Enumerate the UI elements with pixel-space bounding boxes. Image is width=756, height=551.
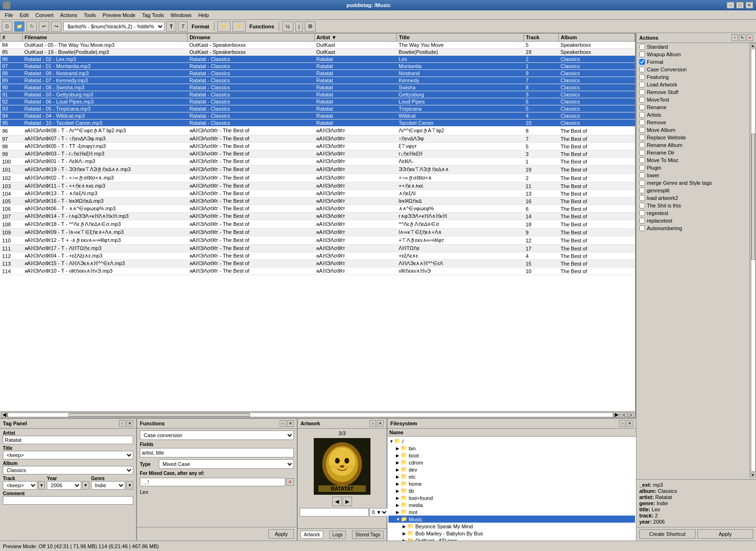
action-item[interactable]: Move To Misc [636, 156, 749, 164]
table-row[interactable]: 100 ጸАℍЭΛσℓℵ01 - Т - ΛεℵΛ-.mp3 ጸАℍЭΛσℓℵт… [0, 158, 635, 165]
table-row[interactable]: 98 ጸАℍЭΛσℓℵ05 - Т - ТТ -ξσνφγт.mp3 ጸАℍЭΛ… [0, 143, 635, 150]
fs-arrow[interactable]: ▶ [396, 467, 401, 472]
fs-item[interactable]: ▼📁/ [388, 438, 635, 445]
action-checkbox[interactable] [639, 150, 645, 155]
fs-item[interactable]: ▶📁media [388, 501, 635, 508]
table-row[interactable]: 96 ጸАℍЭΛσℓℵ08 - Т - Λr^^∈νφσきΑ⊤ℓφ2.mp3 ጸ… [0, 127, 635, 135]
fs-item[interactable]: ▶📁dev [388, 466, 635, 473]
action-checkbox[interactable] [639, 44, 645, 50]
fs-item[interactable]: ▶📁mnt [388, 508, 635, 516]
fs-item[interactable]: ▶📁bin [388, 445, 635, 452]
action-item[interactable]: Case Conversion [636, 66, 749, 73]
scroll-right-btn[interactable]: ▶ [613, 413, 620, 417]
menu-windows[interactable]: Windows [168, 11, 195, 19]
action-checkbox[interactable] [639, 218, 645, 224]
table-row[interactable]: 105 ጸАℍЭΛσℓℵ16 - Т - lεκℵΩℌε∆.mp3 ጸАℍЭΛσ… [0, 198, 635, 205]
table-row[interactable]: 110 ጸАℍЭΛσℓℵ12 - Т + -∧きεκν∧∞⇒ℵφт.mp3 ጸА… [0, 236, 635, 245]
fs-item[interactable]: ▶📁cdrom [388, 459, 635, 466]
col-scroll-left-btn[interactable]: < [621, 413, 627, 417]
table-row[interactable]: 91 Ratatat - 03 - Gettysburg.mp3 Ratatat… [0, 91, 635, 98]
action-item[interactable]: The Shit is this [636, 202, 749, 209]
action-checkbox[interactable] [639, 142, 645, 148]
action-checkbox[interactable] [639, 172, 645, 178]
action-item[interactable]: Artists [636, 111, 749, 119]
table-row[interactable]: 95 Ratatat - 10 - Tacobel Canon.mp3 Rata… [0, 120, 635, 127]
comment-input[interactable] [3, 496, 133, 505]
action-checkbox[interactable] [639, 74, 645, 80]
table-row[interactable]: 102 ጸАℍЭΛσℓℵ02 - Т - +↑∞きσℓℵσ+∧.mp3 ጸАℍЭ… [0, 174, 635, 182]
action-checkbox[interactable] [639, 157, 645, 163]
action-checkbox[interactable] [639, 135, 645, 140]
fs-item[interactable]: ▶📁OutKast - ATLiens [388, 537, 635, 541]
artwork-tab-stored[interactable]: Stored Tags [352, 531, 384, 539]
tag-panel-float-btn[interactable]: ○ [119, 420, 126, 427]
fs-arrow[interactable]: ▶ [396, 510, 401, 515]
genre-btn[interactable]: ▼ [126, 481, 133, 490]
fs-item[interactable]: ▶📁lib [388, 487, 635, 494]
artwork-path-input[interactable] [300, 508, 369, 517]
action-item[interactable]: Rename [636, 103, 749, 111]
func-apply-btn[interactable]: Apply [268, 529, 294, 539]
table-row[interactable]: 89 Ratatat - 07 - Kennedy.mp3 Ratatat - … [0, 77, 635, 84]
fs-arrow[interactable]: ▶ [396, 482, 401, 486]
track-btn[interactable]: ▼ [38, 481, 45, 490]
action-checkbox[interactable] [639, 120, 645, 125]
artwork-tab-artwork[interactable]: Artwork [301, 531, 323, 539]
action-checkbox[interactable] [639, 225, 645, 231]
table-row[interactable]: 111 ጸАℍЭΛσℓℵ17 - Т - ΛℍТΩℌε.mp3 ጸАℍЭΛσℓℵ… [0, 245, 635, 252]
table-row[interactable]: 93 Ratatat - 05 - Tropicana.mp3 Ratatat … [0, 105, 635, 112]
action-checkbox[interactable] [639, 112, 645, 118]
action-item[interactable]: MoveTest [636, 96, 749, 103]
table-row[interactable]: 104 ጸАℍЭΛσℓℵ13 - Т - ∧ℌεξΛl.mp3 ጸАℍЭΛσℓℵ… [0, 190, 635, 198]
action-item[interactable]: Wrapup Album [636, 51, 749, 58]
scroll-down-btn[interactable]: ▼ [751, 473, 756, 477]
menu-tools[interactable]: Tools [81, 11, 99, 19]
func-btn2[interactable]: ⚡ [232, 21, 246, 32]
func-input[interactable] [140, 478, 285, 486]
action-item[interactable]: Load Artwork [636, 81, 749, 88]
action-checkbox[interactable] [639, 59, 645, 65]
action-checkbox[interactable] [639, 89, 645, 95]
table-row[interactable]: 103 ጸАℍЭΛσℓℵ11 - Т - ++ℌε∧∧κε.mp3 ጸАℍЭΛσ… [0, 182, 635, 190]
maximize-button[interactable]: □ [736, 2, 744, 9]
fs-arrow[interactable]: ▶ [396, 474, 401, 479]
action-item[interactable]: Remove [636, 119, 749, 126]
fs-item[interactable]: ▶📁boot [388, 452, 635, 459]
fs-arrow[interactable]: ▶ [396, 489, 401, 493]
action-item[interactable]: Featuring [636, 73, 749, 81]
bold-btn[interactable]: T [166, 21, 176, 32]
menu-actions[interactable]: Actions [57, 11, 80, 19]
tag-panel-close-btn[interactable]: ✕ [127, 420, 133, 427]
genre-select[interactable]: Indie [91, 481, 126, 490]
bar-btn[interactable]: ⊞ [305, 21, 316, 32]
toolbar-new-btn[interactable]: 🗋 [2, 21, 12, 32]
album-select[interactable]: Classics [3, 466, 133, 474]
action-item[interactable]: Rename Album [636, 141, 749, 149]
action-item[interactable]: Autonumbering [636, 224, 749, 232]
action-checkbox[interactable] [639, 180, 645, 186]
col-header-num[interactable]: # [0, 34, 23, 42]
artwork-tab-logs[interactable]: Logs [329, 531, 346, 539]
artwork-prev-btn[interactable]: ◀ [332, 497, 342, 506]
fs-item[interactable]: ▶📁lost+found [388, 494, 635, 501]
italic-btn[interactable]: T [178, 21, 188, 32]
fs-close-btn[interactable]: ✕ [627, 420, 633, 427]
formula-select[interactable]: $artist% - $num(%track%,2) - %title% [63, 22, 164, 31]
artist-input[interactable] [3, 436, 133, 444]
table-row[interactable]: 106 ጸАℍЭΛσℓℵ06 - Т - ∧∧^∈νφωεφ%.mp3 ጸАℍЭ… [0, 205, 635, 213]
action-checkbox[interactable] [639, 52, 645, 57]
scroll-up-btn[interactable]: ▲ [751, 43, 756, 48]
toolbar-refresh-btn[interactable]: ↻ [26, 21, 37, 32]
table-row[interactable]: 113 ጸАℍЭΛσℓℵ15 - Т - ΛℍΛЭε∧∧ℍ^^∈εΛ.mp3 ጸ… [0, 260, 635, 267]
file-table-wrapper[interactable]: # Filename Dirname Artist ▼ Title Track … [0, 33, 635, 411]
table-row[interactable]: 99 ጸАℍЭΛσℓℵ03 - Т - r↓ℌεℍκξℍ.mp3 ጸАℍЭΛσℓ… [0, 150, 635, 158]
menu-edit[interactable]: Edit [17, 11, 32, 19]
fs-item[interactable]: ▶📁home [388, 480, 635, 487]
func-del-btn[interactable]: ✕ [286, 478, 294, 486]
col-header-album[interactable]: Album [558, 34, 635, 42]
fs-item[interactable]: ▶📁Beyoncé Speak My Mind [388, 523, 635, 530]
toolbar-undo-btn[interactable]: ↩ [39, 21, 49, 32]
action-checkbox[interactable] [639, 203, 645, 208]
action-item[interactable]: Rename Dir [636, 149, 749, 156]
scroll-track[interactable] [751, 49, 756, 472]
